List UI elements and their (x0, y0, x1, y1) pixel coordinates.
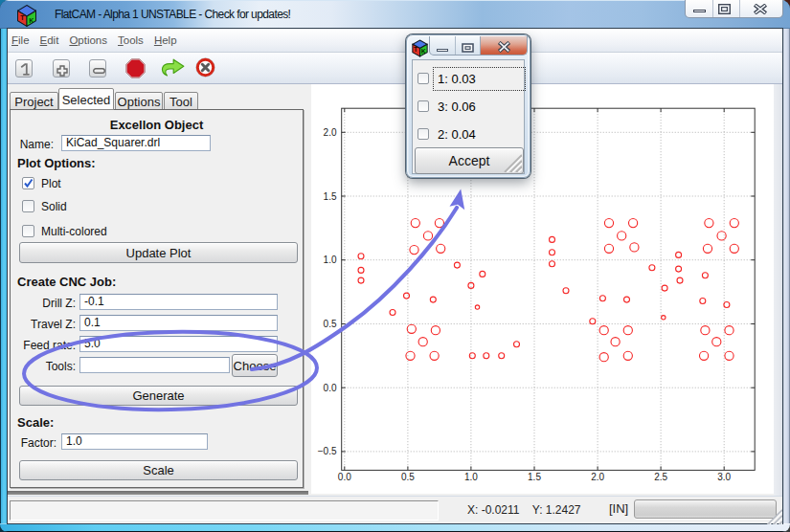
svg-text:1.0: 1.0 (324, 255, 337, 265)
svg-text:1.5: 1.5 (324, 191, 337, 202)
svg-text:0.5: 0.5 (401, 472, 415, 482)
svg-text:T: T (20, 12, 25, 22)
svg-text:0.0: 0.0 (324, 383, 337, 393)
svg-text:2.0: 2.0 (324, 127, 337, 138)
svg-text:K: K (421, 48, 426, 55)
svg-text:−0.5: −0.5 (318, 446, 337, 456)
svg-text:2.0: 2.0 (591, 472, 604, 482)
svg-text:0.5: 0.5 (324, 319, 337, 329)
svg-text:1.0: 1.0 (464, 472, 478, 482)
svg-text:1.5: 1.5 (528, 472, 541, 482)
svg-text:2.5: 2.5 (654, 472, 667, 482)
svg-text:K: K (29, 15, 34, 25)
svg-text:0.0: 0.0 (338, 472, 351, 482)
svg-text:3.0: 3.0 (717, 472, 731, 482)
